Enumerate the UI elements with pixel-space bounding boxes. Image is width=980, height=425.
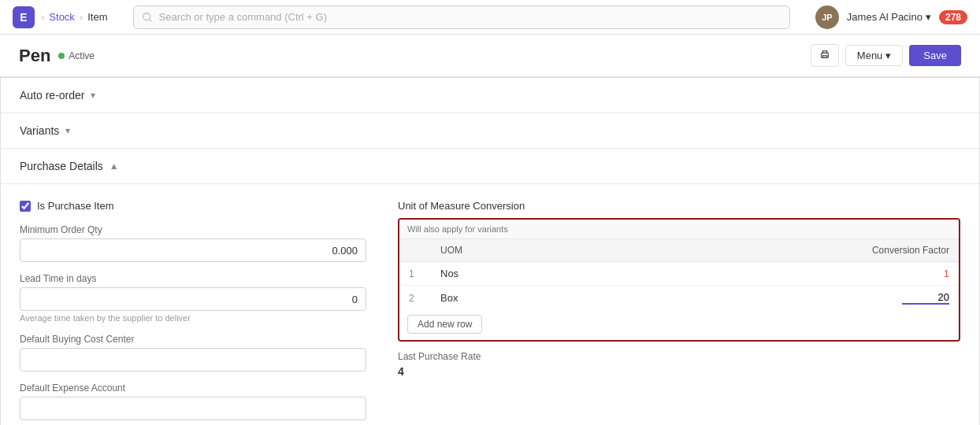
row-2-uom: Box [431, 286, 588, 311]
avatar: JP [815, 6, 839, 29]
lead-time-label: Lead Time in days [20, 273, 366, 284]
purchase-right-col: Unit of Measure Conversion Will also app… [398, 200, 960, 425]
svg-rect-3 [822, 56, 826, 58]
uom-col-num [399, 239, 431, 262]
purchase-left-col: Is Purchase Item Minimum Order Qty Lead … [20, 200, 366, 425]
row-1-factor: 1 [588, 262, 959, 286]
breadcrumb-stock[interactable]: Stock [49, 11, 75, 23]
topbar: E › Stock › Item Search or type a comman… [0, 0, 980, 35]
row-2-num: 2 [409, 293, 414, 304]
save-button[interactable]: Save [909, 45, 961, 66]
min-order-qty-group: Minimum Order Qty [20, 224, 366, 262]
expense-account-input[interactable] [20, 397, 366, 420]
uom-table: UOM Conversion Factor 1 Nos 1 [399, 239, 959, 310]
lead-time-group: Lead Time in days Average time taken by … [20, 273, 366, 323]
last-purchase-rate-section: Last Purchase Rate 4 [398, 351, 960, 378]
auto-reorder-label: Auto re-order [20, 89, 84, 102]
lead-time-input[interactable] [20, 287, 366, 311]
header-actions: Menu ▾ Save [811, 44, 961, 67]
page-header: Pen Active Menu ▾ Save [0, 35, 980, 77]
variants-label: Variants [20, 124, 59, 137]
user-name[interactable]: James Al Pacino ▾ [847, 11, 931, 23]
menu-button[interactable]: Menu ▾ [845, 45, 904, 66]
notification-badge[interactable]: 278 [939, 10, 967, 24]
purchase-details-chevron: ▲ [110, 161, 119, 172]
is-purchase-item-checkbox[interactable] [20, 201, 31, 212]
purchase-layout: Is Purchase Item Minimum Order Qty Lead … [20, 200, 960, 425]
purchase-details-body: Is Purchase Item Minimum Order Qty Lead … [1, 184, 979, 425]
svg-point-0 [143, 13, 150, 20]
lead-time-hint: Average time taken by the supplier to de… [20, 313, 366, 323]
content-card: Auto re-order ▾ Variants ▾ Purchase Deta… [0, 77, 980, 425]
buying-cost-center-label: Default Buying Cost Center [20, 334, 366, 345]
variants-chevron: ▾ [65, 125, 70, 136]
is-purchase-item-label: Is Purchase Item [37, 200, 114, 212]
row-1-num: 1 [409, 268, 414, 279]
auto-reorder-section[interactable]: Auto re-order ▾ [1, 78, 979, 113]
search-placeholder: Search or type a command (Ctrl + G) [159, 11, 328, 23]
svg-line-1 [149, 19, 151, 21]
purchase-details-section-header[interactable]: Purchase Details ▲ [1, 149, 979, 184]
search-icon [142, 12, 153, 23]
min-order-qty-input[interactable] [20, 238, 366, 262]
is-purchase-item-row: Is Purchase Item [20, 200, 366, 212]
buying-cost-center-group: Default Buying Cost Center [20, 334, 366, 371]
breadcrumb-sep-2: › [80, 11, 83, 23]
auto-reorder-chevron: ▾ [91, 90, 95, 101]
page-title: Pen [19, 46, 50, 66]
breadcrumb-item: Item [87, 11, 107, 23]
status-label: Active [69, 50, 95, 61]
status-dot [58, 53, 65, 59]
add-new-row-button[interactable]: Add new row [407, 315, 482, 334]
uom-table-wrapper: Will also apply for variants UOM Convers… [398, 218, 960, 342]
buying-cost-center-input[interactable] [20, 348, 366, 371]
page-title-area: Pen Active [19, 46, 95, 66]
uom-title: Unit of Measure Conversion [398, 200, 960, 212]
search-bar[interactable]: Search or type a command (Ctrl + G) [133, 6, 790, 29]
uom-col-factor: Conversion Factor [588, 239, 959, 262]
topbar-right: JP James Al Pacino ▾ 278 [815, 6, 967, 29]
breadcrumb: › Stock › Item [41, 11, 108, 23]
uom-note: Will also apply for variants [399, 220, 959, 239]
expense-account-label: Default Expense Account [20, 382, 366, 394]
main-content: Auto re-order ▾ Variants ▾ Purchase Deta… [0, 77, 980, 425]
last-purchase-rate-value: 4 [398, 365, 960, 378]
row-2-factor [588, 286, 959, 311]
table-row[interactable]: 2 Box [399, 286, 959, 311]
row-2-factor-input[interactable] [902, 291, 949, 305]
uom-col-uom: UOM [431, 239, 588, 262]
table-row[interactable]: 1 Nos 1 [399, 262, 959, 286]
breadcrumb-sep-1: › [41, 11, 44, 23]
app-icon: E [13, 6, 35, 28]
min-order-qty-label: Minimum Order Qty [20, 224, 366, 235]
expense-account-group: Default Expense Account [20, 382, 366, 420]
print-button[interactable] [811, 44, 839, 67]
print-icon [819, 49, 830, 60]
variants-section[interactable]: Variants ▾ [1, 113, 979, 149]
purchase-details-label: Purchase Details [20, 160, 103, 172]
row-1-uom: Nos [431, 262, 588, 286]
last-purchase-rate-label: Last Purchase Rate [398, 351, 960, 362]
status-badge: Active [58, 50, 95, 61]
